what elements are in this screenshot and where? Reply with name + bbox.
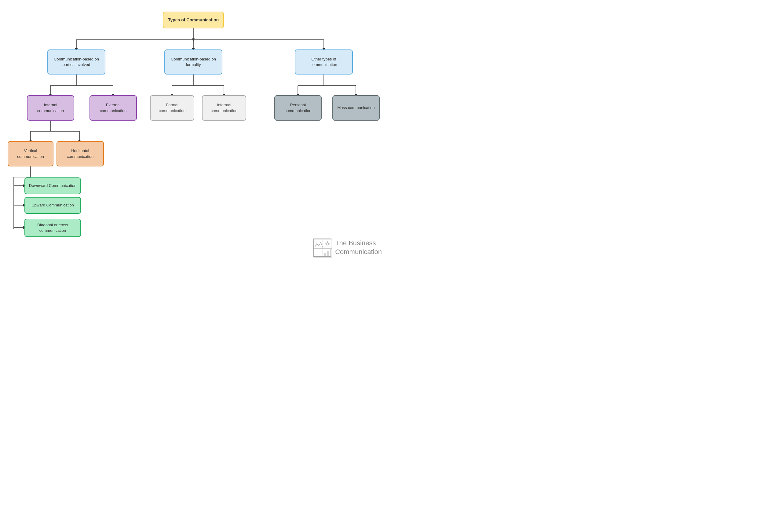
- watermark-icon: [313, 239, 331, 257]
- downward-label: Downward Communication: [29, 183, 76, 188]
- upward-label: Upward Communication: [32, 203, 74, 208]
- watermark-line2: Communication: [335, 248, 382, 256]
- upward-node: Upward Communication: [25, 197, 81, 214]
- internal-node: Internal communication: [27, 95, 74, 120]
- diagonal-node: Diagonal or cross communication: [25, 219, 81, 237]
- internal-label: Internal communication: [31, 102, 70, 113]
- mass-label: Mass communication: [337, 105, 375, 111]
- svg-point-34: [326, 243, 329, 245]
- root-node: Types of Communication: [163, 11, 224, 28]
- parties-node: Communication-based on parties involved: [47, 49, 105, 74]
- formality-node: Communication-based on formality: [164, 49, 222, 74]
- diagram-container: Types of Communication Communication-bas…: [0, 0, 391, 266]
- downward-node: Downward Communication: [25, 177, 81, 194]
- svg-rect-33: [330, 249, 331, 256]
- others-node: Other types of communication: [295, 49, 353, 74]
- root-label: Types of Communication: [168, 17, 219, 23]
- horizontal-label: Horizontal communication: [61, 148, 100, 159]
- svg-rect-32: [327, 251, 329, 256]
- formal-label: Formal communication: [154, 102, 190, 113]
- vertical-label: Vertical communication: [12, 148, 49, 159]
- watermark-line1: The Business: [335, 239, 382, 248]
- external-label: External communication: [94, 102, 133, 113]
- watermark-text: The Business Communication: [335, 239, 382, 256]
- diagonal-label: Diagonal or cross communication: [29, 222, 77, 233]
- personal-node: Personal communication: [274, 95, 322, 120]
- horizontal-node: Horizontal communication: [57, 141, 104, 167]
- formal-node: Formal communication: [150, 95, 194, 120]
- personal-label: Personal communication: [279, 102, 317, 113]
- svg-rect-31: [324, 253, 326, 256]
- watermark: The Business Communication: [313, 239, 382, 257]
- informal-node: Informal communication: [202, 95, 246, 120]
- vertical-node: Vertical communication: [8, 141, 54, 167]
- parties-label: Communication-based on parties involved: [51, 57, 101, 68]
- others-label: Other types of communication: [299, 57, 349, 68]
- mass-node: Mass communication: [332, 95, 380, 120]
- formality-label: Communication-based on formality: [169, 57, 218, 68]
- informal-label: Informal communication: [206, 102, 242, 113]
- external-node: External communication: [90, 95, 137, 120]
